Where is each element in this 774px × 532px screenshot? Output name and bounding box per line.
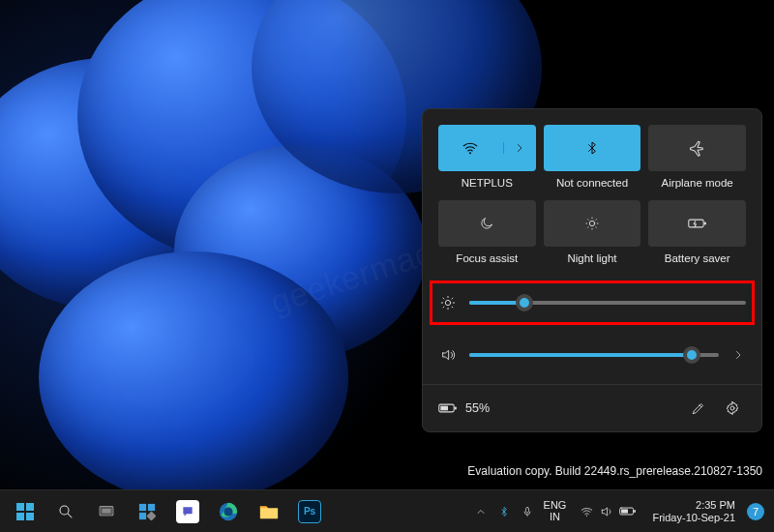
network-volume-battery-cluster[interactable] (572, 505, 644, 518)
evaluation-watermark: Evaluation copy. Build 22449.rs_prerelea… (467, 464, 762, 480)
svg-rect-2 (688, 220, 702, 227)
tray-overflow-button[interactable] (470, 492, 491, 531)
quick-tiles-row-2: Focus assist Night light Battery saver (438, 200, 746, 266)
battery-percent-text: 55% (465, 401, 490, 415)
brightness-slider[interactable] (469, 301, 746, 305)
photoshop-button[interactable]: Ps (290, 492, 329, 531)
svg-point-0 (469, 152, 471, 154)
clock-date: Friday-10-Sep-21 (652, 512, 735, 524)
airplane-mode-tile[interactable] (648, 125, 746, 171)
clock-button[interactable]: 2:35 PM Friday-10-Sep-21 (646, 499, 741, 523)
volume-icon (600, 505, 613, 518)
svg-point-13 (60, 506, 69, 515)
widgets-button[interactable] (128, 492, 166, 531)
tray-microphone-icon[interactable] (517, 492, 538, 531)
system-tray: ENG IN 2:35 PM Friday-10-Sep-21 7 (470, 492, 768, 531)
svg-point-22 (223, 507, 232, 516)
volume-expand-button[interactable] (730, 349, 746, 361)
file-explorer-button[interactable] (250, 492, 288, 531)
brightness-slider-row (432, 283, 752, 322)
svg-rect-16 (103, 509, 111, 514)
brightness-icon (438, 295, 458, 310)
photoshop-icon: Ps (298, 500, 321, 523)
clock-time: 2:35 PM (696, 499, 735, 512)
svg-rect-12 (26, 513, 34, 520)
start-button[interactable] (6, 492, 45, 531)
notification-badge[interactable]: 7 (747, 503, 764, 520)
windows-logo-icon (15, 502, 35, 521)
wifi-tile-label: NETPLUS (461, 177, 513, 191)
svg-rect-18 (148, 503, 155, 510)
wifi-toggle[interactable] (438, 139, 503, 157)
volume-slider-row (438, 340, 746, 370)
chevron-right-icon (514, 142, 525, 154)
gear-icon (725, 400, 740, 416)
battery-icon (619, 506, 637, 517)
night-light-tile[interactable] (544, 200, 641, 247)
svg-rect-7 (455, 406, 457, 409)
volume-slider[interactable] (469, 353, 719, 357)
svg-rect-17 (139, 503, 146, 510)
night-light-label: Night light (567, 252, 616, 266)
battery-saver-icon (688, 217, 707, 230)
quick-settings-flyout: NETPLUS Not connected Airplane mode (422, 108, 762, 432)
chat-button[interactable] (168, 492, 207, 531)
battery-saver-tile[interactable] (648, 200, 746, 247)
wifi-icon (461, 139, 479, 157)
folder-icon (258, 502, 280, 521)
search-icon (57, 503, 74, 520)
focus-assist-label: Focus assist (456, 252, 518, 266)
settings-button[interactable] (719, 395, 746, 422)
svg-rect-20 (146, 511, 156, 520)
bluetooth-icon (584, 140, 600, 156)
edge-icon (218, 501, 239, 522)
bluetooth-tile-label: Not connected (556, 177, 628, 191)
pencil-icon (691, 401, 705, 416)
tray-bluetooth-icon[interactable] (493, 492, 515, 531)
svg-point-8 (730, 406, 734, 410)
search-button[interactable] (46, 492, 85, 531)
svg-rect-19 (139, 512, 146, 518)
svg-point-24 (586, 515, 587, 516)
quick-tiles-row-1: NETPLUS Not connected Airplane mode (438, 125, 746, 191)
wifi-tile[interactable] (438, 125, 536, 171)
svg-rect-10 (26, 503, 34, 511)
svg-point-4 (445, 300, 450, 305)
taskbar: Ps ENG IN (0, 489, 774, 532)
microphone-icon (521, 505, 533, 518)
task-view-button[interactable] (87, 492, 126, 531)
task-view-icon (98, 503, 115, 520)
battery-saver-label: Battery saver (665, 252, 730, 266)
widgets-icon (138, 503, 156, 520)
edit-quick-settings-button[interactable] (684, 395, 711, 422)
svg-rect-11 (16, 513, 24, 520)
svg-point-1 (589, 221, 594, 225)
focus-assist-tile[interactable] (438, 200, 536, 247)
battery-icon (438, 402, 458, 414)
chat-icon (176, 500, 199, 523)
svg-rect-9 (16, 503, 24, 511)
language-secondary: IN (550, 512, 560, 523)
night-light-icon (584, 216, 600, 231)
edge-button[interactable] (209, 492, 248, 531)
language-indicator[interactable]: ENG IN (540, 500, 571, 522)
wifi-icon (580, 505, 594, 518)
svg-rect-6 (440, 406, 448, 411)
airplane-icon (689, 139, 706, 157)
quick-settings-footer: 55% (423, 384, 761, 431)
volume-icon (438, 347, 458, 363)
svg-rect-23 (525, 507, 528, 513)
moon-icon (479, 216, 494, 231)
svg-rect-27 (635, 510, 637, 513)
svg-rect-26 (621, 509, 628, 513)
bluetooth-icon (498, 505, 510, 518)
chevron-right-icon (732, 349, 744, 361)
language-primary: ENG (544, 500, 567, 512)
svg-rect-3 (704, 222, 706, 224)
wifi-expand-button[interactable] (503, 142, 536, 154)
chevron-up-icon (475, 506, 487, 517)
bluetooth-tile[interactable] (544, 125, 641, 171)
airplane-tile-label: Airplane mode (662, 177, 733, 191)
